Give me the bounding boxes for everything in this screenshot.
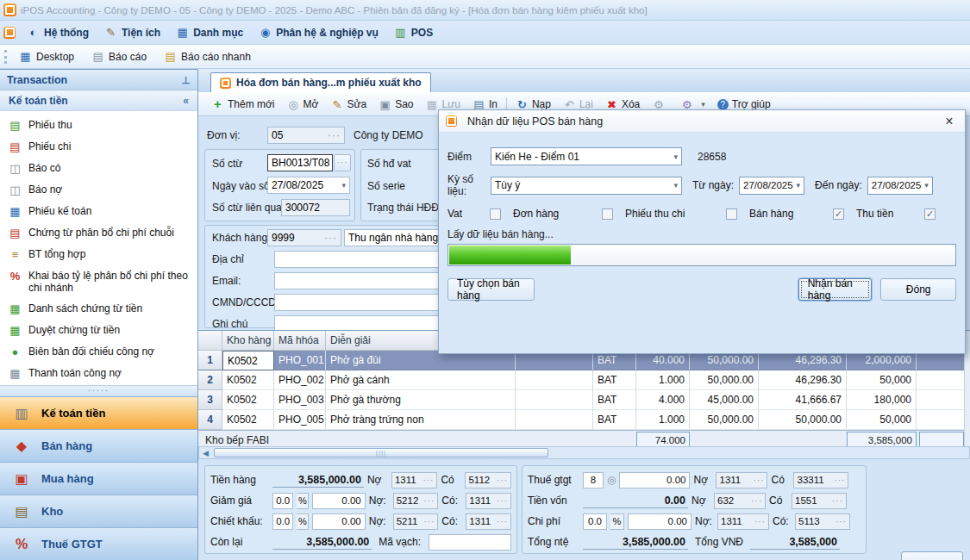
sidebar-item[interactable]: Khai báo tỷ lệ phân bổ chi phí theo chi … [0, 265, 197, 298]
checkbox[interactable]: ✓ [602, 208, 613, 220]
toolbar-button[interactable]: Mở [281, 96, 325, 113]
sidebar-nav-item[interactable]: Mua hàng [0, 462, 197, 495]
toolbar-button[interactable]: Sao [372, 96, 419, 113]
co-account-input[interactable]: 1311··· [466, 513, 511, 530]
collapse-icon[interactable]: « [183, 95, 189, 107]
close-button[interactable]: Đóng [880, 278, 956, 301]
no-account-input[interactable]: 5212··· [393, 493, 439, 509]
grid-row[interactable]: 4 K0502 PHO_005 Phở tràng trứng non BAT … [198, 410, 970, 430]
sidebar-nav-item[interactable]: Kho [0, 495, 197, 527]
progress-bar [447, 244, 956, 266]
ma-vach-input[interactable] [429, 534, 511, 551]
so-ctu-browse-button[interactable]: ··· [334, 154, 351, 171]
toolbar-button[interactable]: Sửa [324, 96, 372, 113]
giam-gia-pct-input[interactable]: 0.0 [272, 493, 293, 509]
thue-gtgt-rate-input[interactable]: 8 [583, 472, 604, 488]
no-account-input[interactable]: 1311··· [716, 472, 767, 488]
sidebar-item[interactable]: Thanh toán công nợ [0, 363, 197, 384]
checkbox-option[interactable]: Bán hàng ✓ [749, 208, 856, 220]
sidebar-splitter[interactable]: ····· [0, 385, 197, 396]
tab-strip: Hóa đơn bán hàng...m phiếu xuất kho [198, 69, 970, 92]
quickbar-item[interactable]: Báo cáo [83, 47, 155, 65]
tu-ngay-date-combo[interactable]: 27/08/2025▾ [739, 177, 804, 195]
col-header-ma-hhoa[interactable]: Mã hhóa [274, 331, 326, 351]
diem-code: 28658 [698, 151, 726, 163]
company-name-text: Công ty DEMO [354, 129, 423, 141]
menu-item[interactable]: Tiện ích [97, 23, 168, 41]
sidebar-item[interactable]: Chứng từ phân bổ chi phí chuỗi [0, 222, 197, 244]
menu-item[interactable]: Phân hệ & nghiệp vụ [251, 23, 386, 41]
toolbar-button[interactable]: Thêm mới [205, 96, 281, 113]
partially-visible-button[interactable] [901, 551, 963, 560]
col-header-kho-hang[interactable]: Kho hàng [222, 331, 274, 351]
thue-gtgt-amount-input[interactable]: 0.00 [619, 472, 690, 488]
chi-phi-pct-input[interactable]: 0.0 [583, 513, 607, 530]
so-ctu-lien-qua-input[interactable]: 300072 [281, 199, 350, 216]
sidebar-item[interactable]: Phiếu thu [0, 115, 197, 136]
giam-gia-amount-input[interactable]: 0.00 [312, 493, 366, 509]
co-account-input[interactable]: 1311··· [466, 493, 511, 509]
tax-lookup-icon[interactable]: ◎ [607, 474, 616, 486]
checkbox-option[interactable]: Phiếu thu chi ✓ [625, 208, 749, 220]
app-logo-icon [3, 3, 16, 16]
checkbox[interactable]: ✓ [924, 208, 936, 220]
ky-so-lieu-combo[interactable]: Tùy ý▾ [491, 177, 682, 195]
co-account-input[interactable]: 33311··· [793, 472, 848, 488]
menu-item[interactable]: Danh mục [168, 23, 251, 41]
sales-options-button[interactable]: Tùy chọn bán hàng [447, 278, 535, 301]
tab-hoa-don-ban-hang[interactable]: Hóa đơn bán hàng...m phiếu xuất kho [210, 72, 431, 92]
grid-row[interactable]: 2 K0502 PHO_002 Phở gà cánh BAT 1.000 50… [198, 370, 970, 390]
so-hd-vat-label: Số hđ vat [367, 158, 411, 170]
pin-icon[interactable]: ⊤ [181, 74, 191, 86]
sidebar-nav-item[interactable]: Bán hàng [0, 429, 197, 462]
no-account-input[interactable]: 1311··· [717, 513, 769, 530]
don-vi-input[interactable]: 05··· [267, 127, 345, 144]
no-account-input[interactable]: 5211··· [393, 513, 439, 530]
sidebar-item[interactable]: Báo có [0, 158, 197, 179]
ngay-vao-so-date-combo[interactable]: 27/08/2025▾ [267, 177, 350, 194]
quickbar-item[interactable]: Desktop [10, 47, 83, 65]
sidebar-item[interactable]: Phiếu kế toán [0, 201, 197, 222]
checkbox-option[interactable]: Đơn hàng ✓ [513, 208, 625, 220]
sidebar-nav-item[interactable]: Thuế GTGT [0, 527, 197, 560]
no-account-input[interactable]: 632··· [714, 493, 766, 509]
chi-phi-amount-input[interactable]: 0.00 [628, 513, 692, 530]
sidebar-item[interactable]: Duyệt chứng từ tiền [0, 320, 197, 341]
dialog-checkbox-row: Vat ✓ Đơn hàng ✓ Phiếu thu chi ✓ Bá [447, 208, 956, 220]
no-account-input[interactable]: 1311··· [391, 472, 438, 488]
sidebar-nav-item[interactable]: Kế toán tiền [0, 396, 197, 429]
checkbox[interactable]: ✓ [490, 208, 501, 220]
menu-item[interactable]: Hệ thống [19, 23, 97, 41]
menu-item[interactable]: POS [386, 23, 441, 41]
totals-right-group: Thuế gtgt 8 ◎ 0.00 Nợ 1311··· Có 33311··… [522, 465, 867, 554]
section-header-ke-toan-tien[interactable]: Kế toán tiền « [0, 90, 197, 111]
sidebar-item[interactable]: Biên bản đối chiếu công nợ [0, 341, 197, 363]
so-ctu-input[interactable]: BH0013/T08 [267, 154, 333, 171]
checkbox[interactable]: ✓ [833, 208, 844, 220]
chiet-khau-pct-input[interactable]: 0.0 [272, 513, 293, 530]
co-account-input[interactable]: 5113··· [795, 513, 850, 530]
grid-horizontal-scrollbar[interactable]: ◀ |||| [198, 446, 970, 459]
journal-icon [9, 205, 22, 218]
sidebar-item[interactable]: Danh sách chứng từ tiền [0, 298, 197, 320]
dialog-titlebar: Nhận dữ liệu POS bán hàng × [439, 110, 965, 133]
sidebar-item[interactable]: Báo nợ [0, 179, 197, 201]
receive-sales-button[interactable]: Nhận bán hàng [798, 278, 873, 301]
scroll-left-arrow-icon[interactable]: ◀ [199, 449, 212, 457]
scrollbar-thumb[interactable]: |||| [214, 448, 548, 457]
checkbox-option[interactable]: Vat ✓ [447, 208, 513, 220]
sidebar-item[interactable]: Phiếu chi [0, 136, 197, 158]
checkbox-option[interactable]: Thu tiền ✓ [856, 208, 948, 220]
khach-hang-input[interactable]: 9999··· [267, 229, 341, 246]
close-icon[interactable]: × [941, 114, 958, 129]
grid-row[interactable]: 3 K0502 PHO_003 Phở gà thường BAT 4.000 … [198, 390, 970, 410]
den-ngay-date-combo[interactable]: 27/08/2025▾ [867, 177, 933, 195]
diem-combo[interactable]: Kiến He - Điểm 01▾ [491, 147, 682, 165]
app-menu-button-icon[interactable] [3, 27, 16, 39]
chiet-khau-amount-input[interactable]: 0.00 [312, 513, 366, 530]
co-account-input[interactable]: 1551··· [792, 493, 847, 509]
quickbar-item[interactable]: Báo cáo nhanh [155, 47, 260, 65]
sidebar-item[interactable]: BT tổng hợp [0, 244, 197, 265]
co-account-input[interactable]: 5112··· [465, 472, 511, 488]
checkbox[interactable]: ✓ [726, 208, 737, 220]
